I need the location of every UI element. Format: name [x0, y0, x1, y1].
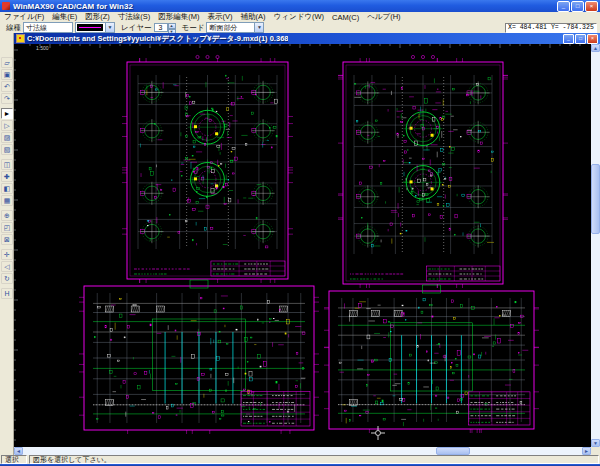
mode-value: 断面部分: [207, 23, 239, 33]
window-titlebar: WinMAX90 CAD/CAM for Win32 _□×: [0, 0, 600, 12]
document-titlebar: C:¥Documents and Settings¥yyuichi¥デスクトップ…: [14, 33, 600, 44]
save-icon[interactable]: ▣: [1, 69, 13, 80]
zoom-in-icon[interactable]: ⊕: [1, 210, 13, 221]
window-controls: _□×: [557, 1, 600, 12]
zoom-window-icon[interactable]: ◰: [1, 222, 13, 233]
array-icon[interactable]: ▦: [1, 195, 13, 206]
scrollbar-corner: [591, 447, 600, 455]
vertical-scrollbar[interactable]: ▲ ▼: [591, 44, 600, 447]
menu-item-2[interactable]: 図形(Z): [81, 12, 114, 22]
menu-item-7[interactable]: ウィンドウ(W): [270, 12, 328, 22]
menu-item-3[interactable]: 寸法線(S): [114, 12, 155, 22]
layer-label: レイヤー: [121, 23, 152, 33]
window-title: WinMAX90 CAD/CAM for Win32: [13, 2, 133, 11]
pan-icon[interactable]: ✛: [1, 249, 13, 260]
document-title: C:¥Documents and Settings¥yyuichi¥デスクトップ…: [27, 34, 288, 44]
zoom-fit-icon[interactable]: ⊠: [1, 234, 13, 245]
move-icon[interactable]: ✚: [1, 171, 13, 182]
maximize-button[interactable]: □: [575, 34, 586, 44]
close-button[interactable]: ×: [587, 34, 598, 44]
help-icon[interactable]: H: [1, 288, 13, 299]
select-arrow-icon[interactable]: ►: [1, 108, 13, 119]
menu-item-6[interactable]: 補助(A): [237, 12, 270, 22]
left-toolbar: ▱▣↶↷►▷▨▧◫✚◧▦⊕◰⊠✛◁↻H: [0, 33, 14, 455]
horizontal-scrollbar[interactable]: ◄ ►: [14, 447, 591, 455]
minimize-button[interactable]: _: [557, 1, 570, 12]
ruler-scale-label: 1:500: [36, 45, 49, 51]
document-icon: [16, 34, 25, 43]
layer-spin-buttons[interactable]: ▲ ▼: [168, 23, 176, 32]
menu-item-8[interactable]: CAM(C): [328, 13, 363, 22]
document-window-controls: _□×: [563, 34, 600, 44]
copy-icon[interactable]: ◫: [1, 159, 13, 170]
open-file-icon[interactable]: ▱: [1, 57, 13, 68]
menu-item-0[interactable]: ファイル(F): [0, 12, 48, 22]
coordinate-readout: X= 484.481 Y= -784.325: [505, 23, 597, 33]
magenta-on-black-swatch-icon: [77, 24, 103, 31]
menu-item-4[interactable]: 図形編集(M): [154, 12, 203, 22]
maximize-button[interactable]: □: [571, 1, 584, 12]
mirror-icon[interactable]: ◧: [1, 183, 13, 194]
erase-icon[interactable]: ▨: [1, 132, 13, 143]
line-type-select[interactable]: 寸法線: [23, 22, 73, 33]
redo-icon[interactable]: ↷: [1, 93, 13, 104]
scroll-left-icon[interactable]: ◄: [14, 447, 23, 455]
application-window: WinMAX90 CAD/CAM for Win32 _□× ファイル(F)編集…: [0, 0, 600, 466]
app-icon: [2, 2, 10, 10]
line-type-value: 寸法線: [24, 23, 49, 33]
chevron-down-icon[interactable]: ▼: [105, 23, 114, 32]
scroll-right-icon[interactable]: ►: [582, 447, 591, 455]
menu-item-1[interactable]: 編集(E): [48, 12, 81, 22]
menu-item-9[interactable]: ヘルプ(H): [363, 12, 404, 22]
select-add-icon[interactable]: ▷: [1, 120, 13, 131]
vertical-scroll-thumb[interactable]: [591, 164, 600, 234]
prev-view-icon[interactable]: ◁: [1, 261, 13, 272]
menu-item-5[interactable]: 表示(V): [204, 12, 237, 22]
close-button[interactable]: ×: [585, 1, 598, 12]
layer-value: 3: [154, 23, 168, 32]
minimize-button[interactable]: _: [563, 34, 574, 44]
line-color-select[interactable]: ▼: [75, 22, 115, 33]
status-mode: 選択: [1, 455, 27, 464]
status-bar: 選択 図形を選択して下さい。: [0, 455, 600, 464]
mode-select[interactable]: 断面部分 ▼: [206, 22, 264, 33]
line-type-label: 線種: [6, 23, 21, 33]
status-message: 図形を選択して下さい。: [29, 455, 599, 464]
layer-stepper[interactable]: 3 ▲ ▼: [154, 23, 176, 32]
drawing-canvas[interactable]: 1:500: [14, 44, 591, 447]
scroll-down-icon[interactable]: ▼: [591, 439, 600, 447]
scroll-up-icon[interactable]: ▲: [591, 44, 600, 52]
canvas-background: [14, 44, 591, 447]
horizontal-scroll-thumb[interactable]: [436, 447, 470, 455]
redraw-icon[interactable]: ↻: [1, 273, 13, 284]
undo-icon[interactable]: ↶: [1, 81, 13, 92]
trim-icon[interactable]: ▧: [1, 144, 13, 155]
mode-label: モード: [182, 23, 205, 33]
chevron-down-icon[interactable]: ▼: [254, 23, 263, 32]
